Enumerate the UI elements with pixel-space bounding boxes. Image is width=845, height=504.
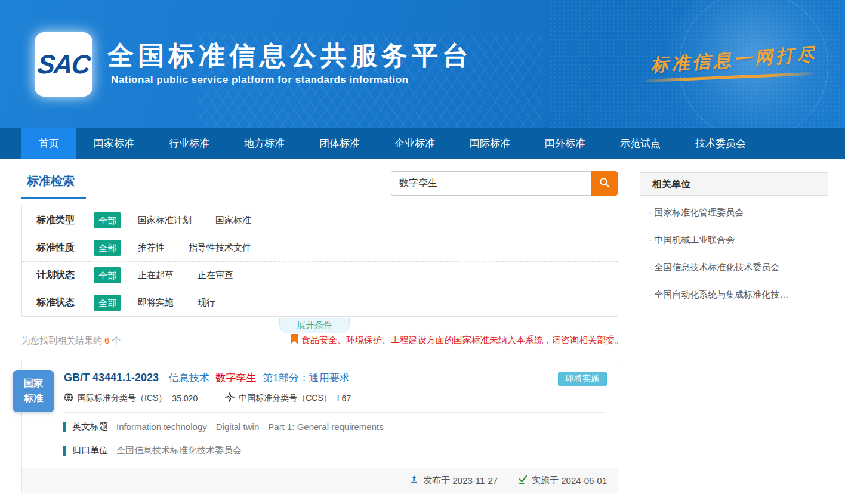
filter-option[interactable]: 正在审查 (198, 270, 233, 281)
card-divider (64, 412, 606, 413)
notice-text: 食品安全、环境保护、工程建设方面的国家标准未纳入本系统，请咨询相关部委。 (301, 335, 624, 346)
filter-row-standard-status: 标准状态 全部 即将实施 现行 (22, 289, 618, 316)
search-button[interactable] (591, 171, 618, 196)
search-bar (391, 171, 618, 196)
result-count-prefix: 为您找到相关结果约 (21, 335, 102, 345)
related-units-list: 国家标准化管理委员会 中国机械工业联合会 全国信息技术标准化技术委员会 全国自动… (640, 196, 828, 314)
filter-label: 标准状态 (36, 296, 94, 309)
result-count: 为您找到相关结果约6个 (21, 335, 121, 347)
bookmark-icon (291, 334, 301, 346)
nav-tab-national-standards[interactable]: 国家标准 (76, 128, 152, 159)
nav-tab-pilot[interactable]: 示范试点 (603, 128, 678, 159)
ccs-classification: 中国标准分类号（CCS） L67 (225, 392, 351, 404)
related-unit-link[interactable]: 全国自动化系统与集成标准化技… (640, 281, 828, 308)
implement-date: 实施于 2024-06-01 (518, 475, 607, 486)
standard-title-highlight[interactable]: 数字孪生 (216, 372, 257, 384)
related-unit-link[interactable]: 全国信息技术标准化技术委员会 (640, 253, 828, 281)
filter-label: 计划状态 (36, 269, 94, 282)
ccs-label: 中国标准分类号（CCS） (239, 393, 332, 404)
filter-row-standard-nature: 标准性质 全部 推荐性 指导性技术文件 (22, 234, 618, 261)
filter-option[interactable]: 国家标准计划 (138, 215, 192, 226)
site-subtitle: National public service platform for sta… (111, 74, 408, 86)
implement-value: 2024-06-01 (561, 475, 607, 486)
section-title-underline (21, 197, 86, 199)
filter-panel: 标准类型 全部 国家标准计划 国家标准 标准性质 全部 推荐性 指导性技术文件 … (21, 206, 618, 317)
filter-all-button[interactable]: 全部 (94, 240, 121, 256)
filter-all-button[interactable]: 全部 (94, 267, 121, 283)
filter-option[interactable]: 国家标准 (215, 215, 251, 226)
related-units-panel: 相关单位 国家标准化管理委员会 中国机械工业联合会 全国信息技术标准化技术委员会… (640, 172, 828, 314)
filter-label: 标准性质 (36, 242, 94, 254)
site-header: SAC 全国标准信息公共服务平台 National public service… (0, 0, 845, 128)
nav-tab-enterprise-standards[interactable]: 企业标准 (377, 128, 452, 159)
site-title: 全国标准信息公共服务平台 (107, 38, 473, 73)
filter-option[interactable]: 即将实施 (138, 297, 174, 308)
standard-title-row: GB/T 43441.1-2023 信息技术 数字孪生 第1部分：通用要求 (22, 361, 618, 385)
committee-label: 归口单位 (72, 445, 108, 456)
filter-option[interactable]: 现行 (198, 297, 215, 308)
nav-tab-foreign-standards[interactable]: 国外标准 (528, 128, 603, 159)
ccs-value: L67 (337, 394, 351, 403)
ics-classification: 国际标准分类号（ICS） 35.020 (64, 392, 198, 404)
english-title-value: Information technology—Digital twin—Part… (116, 422, 384, 432)
nav-tab-industry-standards[interactable]: 行业标准 (152, 128, 227, 159)
nav-tab-technical-committee[interactable]: 技术委员会 (678, 128, 763, 159)
related-unit-link[interactable]: 中国机械工业联合会 (640, 226, 828, 253)
search-icon (599, 177, 610, 190)
classification-row: 国际标准分类号（ICS） 35.020 中国标准分类号（CCS） L67 (22, 392, 618, 404)
compass-icon (225, 392, 239, 404)
globe-icon (64, 392, 78, 404)
standard-result-card: 国家 标准 GB/T 43441.1-2023 信息技术 数字孪生 第1部分：通… (21, 361, 618, 493)
nav-tab-home[interactable]: 首页 (21, 128, 76, 159)
committee-row: 归口单位 全国信息技术标准化技术委员会 (22, 445, 618, 456)
page: SAC 全国标准信息公共服务平台 National public service… (0, 0, 845, 504)
standard-title-part1[interactable]: 信息技术 (169, 372, 209, 384)
search-input[interactable] (391, 171, 591, 196)
section-title-standard-search: 标准检索 (27, 173, 75, 189)
english-title-row: 英文标题 Information technology—Digital twin… (22, 421, 618, 432)
sac-logo[interactable]: SAC (35, 32, 92, 97)
check-icon (518, 475, 532, 486)
publish-date: 发布于 2023-11-27 (409, 475, 498, 486)
result-count-suffix: 个 (112, 335, 121, 345)
implement-label: 实施于 (532, 475, 559, 486)
ics-label: 国际标准分类号（ICS） (78, 393, 166, 404)
nav-tab-international-standards[interactable]: 国际标准 (452, 128, 528, 159)
badge-line2: 标准 (24, 391, 43, 406)
publish-value: 2023-11-27 (452, 475, 498, 486)
nav-tab-local-standards[interactable]: 地方标准 (227, 128, 302, 159)
result-count-number: 6 (102, 335, 112, 345)
main-nav: 首页 国家标准 行业标准 地方标准 团体标准 企业标准 国际标准 国外标准 示范… (0, 128, 845, 159)
ics-value: 35.020 (172, 394, 198, 403)
committee-value: 全国信息技术标准化技术委员会 (116, 445, 242, 456)
related-units-title: 相关单位 (640, 173, 828, 196)
filter-option[interactable]: 正在起草 (138, 270, 174, 281)
filter-row-standard-type: 标准类型 全部 国家标准计划 国家标准 (22, 206, 618, 234)
teal-bar (63, 446, 66, 456)
standard-code-link[interactable]: GB/T 43441.1-2023 (64, 372, 159, 384)
filter-option[interactable]: 推荐性 (138, 242, 165, 253)
nav-tab-group-standards[interactable]: 团体标准 (302, 128, 377, 159)
filter-all-button[interactable]: 全部 (94, 212, 121, 228)
publish-label: 发布于 (423, 475, 450, 486)
filter-row-plan-status: 计划状态 全部 正在起草 正在审查 (22, 261, 618, 289)
filter-option[interactable]: 指导性技术文件 (189, 242, 251, 253)
status-badge: 即将实施 (558, 372, 607, 386)
english-title-label: 英文标题 (72, 421, 108, 432)
related-unit-link[interactable]: 国家标准化管理委员会 (640, 199, 828, 226)
upload-icon (409, 475, 423, 486)
system-notice: 食品安全、环境保护、工程建设方面的国家标准未纳入本系统，请咨询相关部委。 (291, 334, 624, 346)
card-footer: 发布于 2023-11-27 实施于 2024-06-01 (22, 468, 618, 493)
filter-all-button[interactable]: 全部 (94, 295, 121, 311)
teal-bar (63, 422, 66, 432)
standard-title-part2[interactable]: 第1部分：通用要求 (263, 372, 349, 384)
sac-logo-text: SAC (36, 50, 91, 79)
filter-label: 标准类型 (36, 214, 94, 227)
expand-conditions-button[interactable]: 展开条件 (279, 318, 350, 333)
